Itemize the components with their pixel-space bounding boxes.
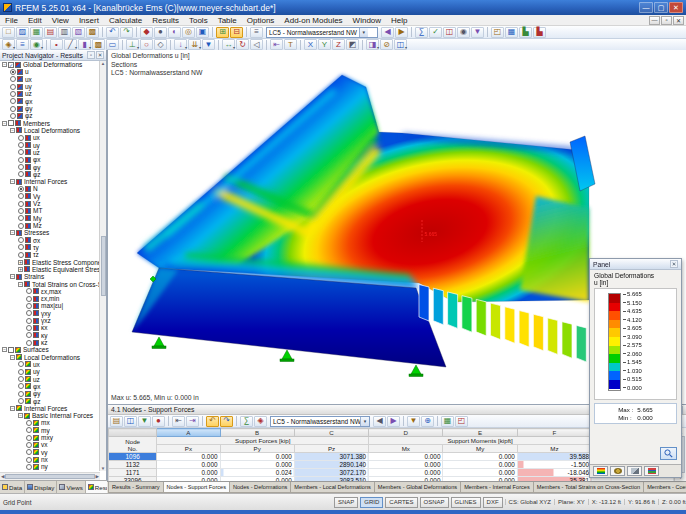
tree-item[interactable]: uz [0,90,100,97]
calculate-icon[interactable]: ∑ [415,27,428,38]
radio-button[interactable] [26,442,32,448]
table-tab-5[interactable]: Members - Internal Forces [460,482,534,493]
filter-icon[interactable]: ▼ [471,27,484,38]
tree-item[interactable]: +Elastic Stress Componen [0,258,100,265]
value-cell[interactable]: 0.000 [157,461,220,469]
undo-icon[interactable]: ↶ [106,27,119,38]
radio-button[interactable] [26,310,32,316]
support-icon[interactable]: ⊥▾ [126,39,139,50]
menu-options[interactable]: Options [242,15,280,25]
tree-vertical-scrollbar[interactable]: ▲ ▼ [99,61,106,471]
chevron-down-icon[interactable]: ▾ [359,28,368,37]
scroll-right-icon[interactable]: ▶ [96,474,99,479]
panel-close-icon[interactable]: ✕ [670,260,678,268]
tree-item[interactable]: ux [0,361,100,368]
column-header-pz[interactable]: Pz [294,445,368,453]
panel-tab-levels[interactable] [644,466,659,476]
rotate-icon[interactable]: ↻ [236,39,249,50]
mdi-restore-button[interactable]: ▫ [661,16,672,25]
column-letter-A[interactable]: A [157,429,220,437]
jump-last-icon[interactable]: ⇥ [186,416,199,427]
collapse-icon[interactable]: − [10,128,15,133]
tree-item[interactable]: φx [0,383,100,390]
mirror-icon[interactable]: ◁ [250,39,263,50]
scroll-thumb[interactable] [101,236,106,296]
table-tab-2[interactable]: Nodes - Deformations [229,482,291,493]
scroll-down-icon[interactable]: ▼ [101,466,105,471]
isometric-view-icon[interactable]: ◩ [346,39,359,50]
mdi-minimize-button[interactable]: — [649,16,660,25]
radio-button[interactable] [26,435,32,441]
column-header-py[interactable]: Py [220,445,294,453]
radio-button[interactable] [18,193,24,199]
collapse-icon[interactable]: − [10,355,15,360]
menu-view[interactable]: View [47,15,74,25]
tree-item[interactable]: κz [0,339,100,346]
comment-icon[interactable]: T [284,39,297,50]
radio-button[interactable] [18,208,24,214]
tree-item[interactable]: u [0,68,100,75]
redo-icon[interactable]: ↷ [120,27,133,38]
tree-item[interactable]: −Basic Internal Forces [0,412,100,419]
radio-button[interactable] [26,449,32,455]
view-y-icon[interactable]: Y [318,39,331,50]
radio-button[interactable] [10,113,16,119]
column-letter-E[interactable]: E [443,429,517,437]
zoom-icon[interactable]: ● [154,27,167,38]
collapse-icon[interactable]: − [2,347,7,352]
radio-button[interactable] [18,361,24,367]
panel-tab-color-scale[interactable] [593,466,608,476]
tree-item[interactable]: σx [0,237,100,244]
tree-item[interactable]: −Surfaces [0,346,100,353]
prev-load-case-icon[interactable]: ◀ [381,27,394,38]
prev-load-case-icon[interactable]: ◀ [373,416,386,427]
column-header-mx[interactable]: Mx [369,445,443,453]
eccentricity-icon[interactable]: ◇ [154,39,167,50]
mdi-close-button[interactable]: ✕ [673,16,684,25]
snap-settings-icon[interactable]: ◉▾ [30,39,43,50]
radio-button[interactable] [18,149,24,155]
tree-item[interactable]: −Members [0,120,100,127]
search-icon[interactable]: ● [152,416,165,427]
minimize-button[interactable]: — [639,2,653,13]
tree-item[interactable]: Vz [0,200,100,207]
radio-button[interactable] [18,157,24,163]
column-letter-B[interactable]: B [220,429,294,437]
scroll-left-icon[interactable]: ◀ [1,474,4,479]
radio-button[interactable] [26,332,32,338]
value-cell[interactable]: 3071.380 [294,453,368,461]
nodal-load-icon[interactable]: ↓▾ [174,39,187,50]
radio-button[interactable] [10,98,16,104]
member-load-icon[interactable]: ⇊▾ [188,39,201,50]
pdf-print-icon[interactable]: ▙ [533,27,546,38]
load-case-select[interactable]: LC5 - Normalwasserstand NW▾ [270,416,370,427]
radio-button[interactable] [10,106,16,112]
collapse-icon[interactable]: − [18,282,23,287]
value-cell[interactable]: 0.000 [443,461,517,469]
excel-export-icon[interactable]: ▦ [505,27,518,38]
node-number-cell[interactable]: 1096 [109,453,157,461]
table-tab-7[interactable]: Members - Coefficients for Buckling [643,482,686,493]
collapse-icon[interactable]: − [10,179,15,184]
menu-insert[interactable]: Insert [74,15,104,25]
collapse-icon[interactable]: − [18,413,23,418]
table-tab-0[interactable]: Results - Summary [108,482,164,493]
navigator-tab-data[interactable]: Data [0,481,25,493]
checkbox[interactable] [8,347,14,353]
tree-item[interactable]: −Local Deformations [0,127,100,134]
navigator-tab-views[interactable]: Views [57,481,85,493]
details-icon[interactable]: ◰ [455,416,468,427]
radio-button[interactable] [18,252,24,258]
tree-item[interactable]: −✓Global Deformations [0,61,100,68]
collapse-icon[interactable]: − [10,230,15,235]
collapse-icon[interactable]: − [10,406,15,411]
radio-button[interactable] [18,391,24,397]
display-properties-icon[interactable]: ◫▾ [394,39,407,50]
menu-results[interactable]: Results [147,15,184,25]
menu-window[interactable]: Window [348,15,386,25]
scroll-thumb[interactable] [5,474,94,479]
project-folder-icon[interactable]: ▣ [196,27,209,38]
tree-item[interactable]: φx [0,156,100,163]
value-cell[interactable]: 0.000 [443,453,517,461]
radio-button[interactable] [18,142,24,148]
